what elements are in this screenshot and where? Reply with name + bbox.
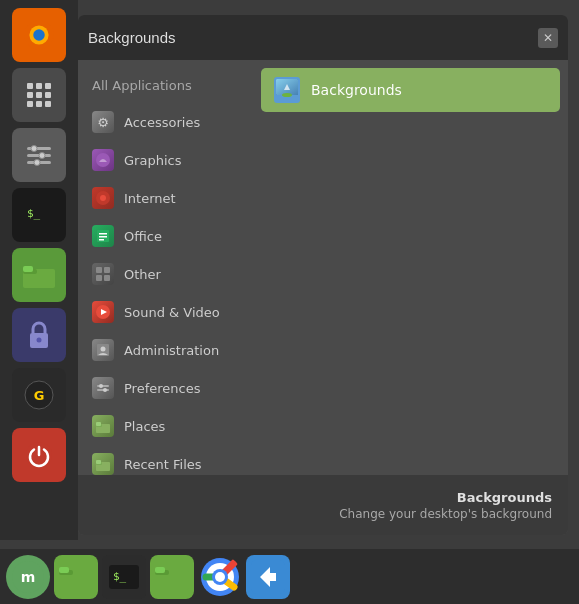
category-recent-files[interactable]: Recent Files [78, 445, 253, 475]
category-preferences[interactable]: Preferences [78, 369, 253, 407]
taskbar-folder[interactable] [54, 555, 98, 599]
sidebar-icon-control[interactable] [12, 128, 66, 182]
svg-rect-7 [36, 92, 42, 98]
administration-label: Administration [124, 343, 219, 358]
svg-text:m: m [21, 569, 36, 585]
sidebar-icon-power[interactable] [12, 428, 66, 482]
preferences-label: Preferences [124, 381, 200, 396]
svg-rect-48 [96, 422, 101, 426]
graphics-icon [92, 149, 114, 171]
internet-icon [92, 187, 114, 209]
sidebar-icon-lock[interactable] [12, 308, 66, 362]
sound-video-icon [92, 301, 114, 323]
svg-text:$_: $_ [113, 570, 127, 583]
taskbar-arrow[interactable] [246, 555, 290, 599]
sound-video-label: Sound & Video [124, 305, 220, 320]
svg-rect-5 [45, 83, 51, 89]
taskbar-files[interactable] [150, 555, 194, 599]
sidebar-icon-files[interactable] [12, 248, 66, 302]
result-backgrounds[interactable]: Backgrounds [261, 68, 560, 112]
taskbar-mint-menu[interactable]: m [6, 555, 50, 599]
graphics-label: Graphics [124, 153, 181, 168]
svg-rect-34 [96, 267, 102, 273]
svg-point-45 [103, 388, 107, 392]
main-panel: Backgrounds ✕ All Applications ⚙ Accesso… [78, 15, 568, 535]
svg-text:G: G [34, 388, 45, 403]
category-internet[interactable]: Internet [78, 179, 253, 217]
recent-files-label: Recent Files [124, 457, 202, 472]
category-other[interactable]: Other [78, 255, 253, 293]
office-icon [92, 225, 114, 247]
svg-point-70 [215, 572, 225, 582]
other-icon [92, 263, 114, 285]
svg-rect-51 [96, 460, 101, 464]
backgrounds-result-icon [273, 76, 301, 104]
taskbar-terminal[interactable]: $_ [102, 555, 146, 599]
svg-rect-36 [96, 275, 102, 281]
svg-rect-35 [104, 267, 110, 273]
svg-rect-9 [27, 101, 33, 107]
preferences-icon [92, 377, 114, 399]
sidebar-icon-terminal[interactable]: $_ [12, 188, 66, 242]
svg-point-41 [101, 347, 106, 352]
footer-description: Change your desktop's background [339, 507, 552, 521]
svg-rect-4 [36, 83, 42, 89]
svg-point-2 [33, 29, 45, 41]
office-label: Office [124, 229, 162, 244]
category-list: All Applications ⚙ Accessories Graphics [78, 60, 253, 475]
svg-rect-31 [99, 233, 107, 235]
category-office[interactable]: Office [78, 217, 253, 255]
places-label: Places [124, 419, 165, 434]
category-all-applications[interactable]: All Applications [78, 68, 253, 103]
svg-rect-10 [36, 101, 42, 107]
administration-icon [92, 339, 114, 361]
svg-rect-32 [99, 236, 107, 238]
content-area: All Applications ⚙ Accessories Graphics [78, 60, 568, 475]
sidebar-icon-grub[interactable]: G [12, 368, 66, 422]
taskbar: m $_ [0, 549, 579, 604]
svg-rect-21 [23, 266, 33, 272]
accessories-icon: ⚙ [92, 111, 114, 133]
svg-point-16 [39, 153, 45, 159]
places-icon [92, 415, 114, 437]
internet-label: Internet [124, 191, 176, 206]
svg-point-23 [37, 338, 42, 343]
svg-rect-8 [45, 92, 51, 98]
svg-rect-66 [155, 567, 165, 573]
category-accessories[interactable]: ⚙ Accessories [78, 103, 253, 141]
sidebar-icon-apps[interactable] [12, 68, 66, 122]
results-panel: Backgrounds [253, 60, 568, 475]
sidebar: $_ G [0, 0, 78, 540]
all-applications-label: All Applications [92, 78, 192, 93]
svg-point-29 [100, 195, 106, 201]
category-graphics[interactable]: Graphics [78, 141, 253, 179]
footer: Backgrounds Change your desktop's backgr… [78, 475, 568, 535]
category-administration[interactable]: Administration [78, 331, 253, 369]
category-places[interactable]: Places [78, 407, 253, 445]
svg-rect-6 [27, 92, 33, 98]
svg-rect-33 [99, 239, 104, 241]
svg-text:$_: $_ [27, 207, 41, 220]
search-input[interactable]: Backgrounds [88, 29, 530, 46]
svg-rect-3 [27, 83, 33, 89]
footer-title: Backgrounds [457, 490, 552, 505]
svg-rect-37 [104, 275, 110, 281]
taskbar-chrome[interactable] [198, 555, 242, 599]
svg-point-15 [31, 146, 37, 152]
svg-rect-61 [59, 567, 69, 573]
svg-point-44 [99, 384, 103, 388]
search-clear-button[interactable]: ✕ [538, 28, 558, 48]
sidebar-icon-firefox[interactable] [12, 8, 66, 62]
other-label: Other [124, 267, 161, 282]
svg-rect-11 [45, 101, 51, 107]
accessories-label: Accessories [124, 115, 200, 130]
backgrounds-result-label: Backgrounds [311, 82, 402, 98]
svg-point-55 [282, 93, 292, 97]
svg-point-17 [34, 160, 40, 166]
category-sound-video[interactable]: Sound & Video [78, 293, 253, 331]
search-bar: Backgrounds ✕ [78, 15, 568, 60]
recent-files-icon [92, 453, 114, 475]
